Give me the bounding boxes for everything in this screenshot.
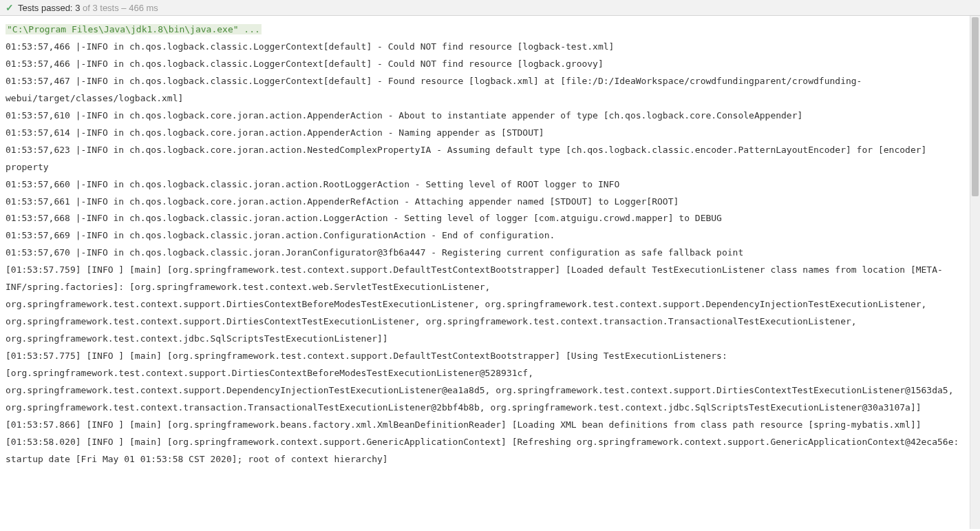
log-line: 01:53:57,467 |-INFO in ch.qos.logback.cl… [6, 73, 963, 107]
log-line: [01:53:57.866] [INFO ] [main] [org.sprin… [6, 417, 963, 434]
console-output[interactable]: "C:\Program Files\Java\jdk1.8\bin\java.e… [0, 16, 970, 529]
log-line: 01:53:57,660 |-INFO in ch.qos.logback.cl… [6, 176, 963, 194]
log-line: 01:53:57,661 |-INFO in ch.qos.logback.co… [6, 194, 963, 211]
log-line: 01:53:57,623 |-INFO in ch.qos.logback.co… [6, 142, 963, 176]
console-wrap: "C:\Program Files\Java\jdk1.8\bin\java.e… [0, 16, 980, 529]
vertical-scrollbar[interactable] [970, 16, 980, 529]
command-line: "C:\Program Files\Java\jdk1.8\bin\java.e… [6, 24, 262, 34]
tests-passed-label: Tests passed: [18, 3, 73, 13]
log-line: 01:53:57,466 |-INFO in ch.qos.logback.cl… [6, 56, 963, 73]
log-line: 01:53:57,669 |-INFO in ch.qos.logback.cl… [6, 227, 963, 244]
log-line: [01:53:57.759] [INFO ] [main] [org.sprin… [6, 262, 963, 348]
test-status-bar: ✓ Tests passed: 3 of 3 tests – 466 ms [0, 0, 980, 16]
log-line: 01:53:57,614 |-INFO in ch.qos.logback.co… [6, 125, 963, 142]
dash: – [119, 3, 129, 13]
tests-total: of 3 tests [80, 3, 118, 13]
tests-time: 466 ms [129, 3, 158, 13]
log-line: 01:53:57,670 |-INFO in ch.qos.logback.cl… [6, 244, 963, 262]
scrollbar-thumb[interactable] [972, 17, 979, 196]
log-line: 01:53:57,610 |-INFO in ch.qos.logback.co… [6, 107, 963, 125]
log-line: [01:53:57.775] [INFO ] [main] [org.sprin… [6, 348, 963, 417]
status-text: Tests passed: 3 of 3 tests – 466 ms [18, 3, 158, 13]
log-line: 01:53:57,668 |-INFO in ch.qos.logback.cl… [6, 210, 963, 227]
log-line: [01:53:58.020] [INFO ] [main] [org.sprin… [6, 434, 963, 468]
log-line: 01:53:57,466 |-INFO in ch.qos.logback.cl… [6, 39, 963, 56]
check-icon: ✓ [6, 2, 14, 13]
